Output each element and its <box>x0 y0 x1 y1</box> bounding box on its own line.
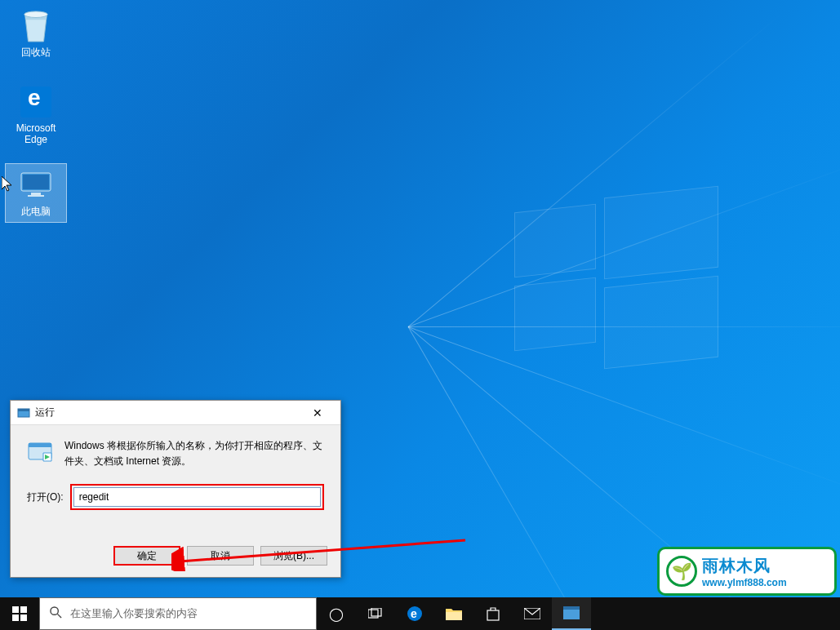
task-view-button[interactable] <box>356 597 395 630</box>
store-icon <box>486 606 500 621</box>
browse-button[interactable]: 浏览(B)... <box>260 546 327 566</box>
svg-rect-11 <box>20 606 27 613</box>
taskbar-search-placeholder: 在这里输入你要搜索的内容 <box>70 606 198 621</box>
watermark-badge: 🌱 雨林木风 www.ylmf888.com <box>657 547 837 596</box>
taskbar-search[interactable]: 在这里输入你要搜索的内容 <box>39 597 317 630</box>
cortana-button[interactable]: ◯ <box>317 597 356 630</box>
search-icon <box>50 606 62 621</box>
desktop-icon-edge[interactable]: Microsoft Edge <box>5 82 67 149</box>
svg-rect-21 <box>487 610 499 620</box>
taskbar-mail[interactable] <box>513 597 552 630</box>
taskbar-run-app[interactable] <box>552 597 591 630</box>
svg-rect-2 <box>23 175 49 189</box>
close-button[interactable]: ✕ <box>301 402 334 424</box>
svg-rect-13 <box>20 614 27 621</box>
start-button[interactable] <box>0 597 39 630</box>
mail-icon <box>524 608 540 619</box>
this-pc-icon <box>19 167 53 202</box>
system-tray[interactable] <box>833 597 840 630</box>
taskbar-edge[interactable]: e <box>395 597 434 630</box>
windows-logo-icon <box>12 606 27 621</box>
watermark-icon: 🌱 <box>666 556 697 587</box>
svg-line-15 <box>57 614 61 618</box>
run-open-input[interactable] <box>73 487 321 507</box>
run-dialog-icon <box>17 406 30 419</box>
run-open-label: 打开(O): <box>27 490 64 504</box>
watermark-text-cn: 雨林木风 <box>702 555 787 577</box>
watermark-text-url: www.ylmf888.com <box>702 577 787 588</box>
run-app-icon <box>27 438 53 464</box>
svg-rect-20 <box>446 612 462 620</box>
svg-rect-10 <box>12 606 19 613</box>
cancel-button[interactable]: 取消 <box>187 546 254 566</box>
run-dialog: 运行 ✕ Windows 将根据你所输入的名称，为你打开相应的程序、文件夹、文档… <box>10 400 341 578</box>
svg-rect-6 <box>18 409 29 411</box>
folder-icon <box>446 607 462 620</box>
desktop-icon-label: 此电脑 <box>7 205 64 219</box>
desktop-icon-this-pc[interactable]: 此电脑 <box>5 163 67 223</box>
recycle-bin-icon <box>19 8 53 42</box>
run-icon <box>563 606 580 619</box>
svg-rect-24 <box>563 606 580 610</box>
close-icon: ✕ <box>313 406 322 419</box>
svg-rect-12 <box>12 614 19 621</box>
svg-text:e: e <box>411 607 417 620</box>
svg-rect-8 <box>29 443 51 447</box>
cortana-icon: ◯ <box>329 606 344 622</box>
svg-point-14 <box>51 607 58 614</box>
desktop[interactable]: 回收站 Microsoft Edge 此电脑 运行 ✕ <box>0 0 840 630</box>
taskbar-store[interactable] <box>473 597 513 630</box>
taskbar: 在这里输入你要搜索的内容 ◯ e <box>0 597 840 630</box>
svg-point-0 <box>24 11 48 18</box>
annotation-highlight <box>70 484 324 510</box>
desktop-icon-label: Microsoft Edge <box>7 122 65 145</box>
run-dialog-description: Windows 将根据你所输入的名称，为你打开相应的程序、文件夹、文档或 Int… <box>64 438 324 469</box>
desktop-icon-recycle-bin[interactable]: 回收站 <box>5 5 67 63</box>
taskbar-explorer[interactable] <box>434 597 473 630</box>
task-view-icon <box>368 608 383 619</box>
svg-rect-3 <box>31 193 41 195</box>
edge-icon <box>19 85 53 119</box>
ok-button[interactable]: 确定 <box>113 546 180 566</box>
svg-rect-4 <box>28 195 44 197</box>
run-dialog-titlebar[interactable]: 运行 ✕ <box>11 401 340 425</box>
taskbar-pinned-apps: ◯ e <box>317 597 591 630</box>
wallpaper-windows-logo <box>514 192 727 371</box>
run-dialog-title: 运行 <box>35 406 301 419</box>
edge-icon: e <box>407 606 423 622</box>
desktop-icon-label: 回收站 <box>7 46 65 60</box>
